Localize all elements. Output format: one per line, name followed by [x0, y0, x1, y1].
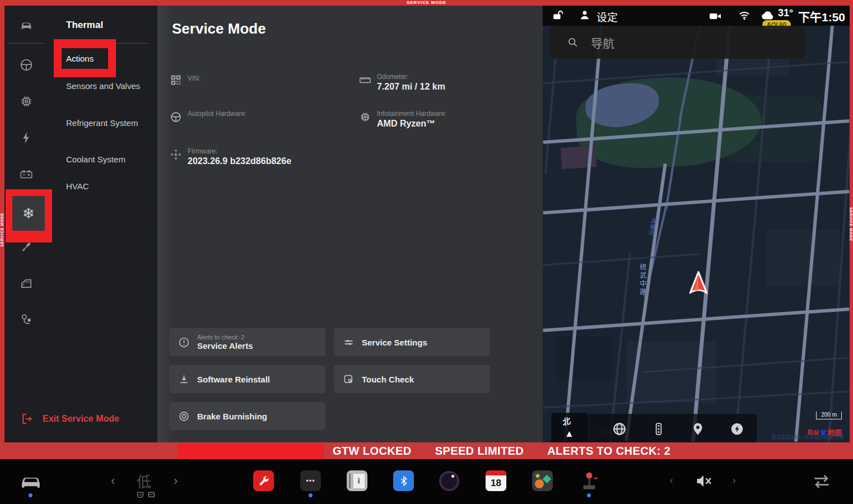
service-app-button[interactable]: [253, 470, 274, 491]
odometer-icon: [359, 74, 371, 86]
service-mode-edge-text: SERVICE MODE: [849, 207, 853, 241]
outside-temp: 31°: [778, 7, 793, 19]
unlocked-icon[interactable]: [552, 9, 564, 21]
service-alert-bar: GTW LOCKED SPEED LIMITED ALERTS TO CHECK…: [0, 442, 853, 459]
brake-disc-icon: [178, 410, 190, 422]
info-autopilot: Autopilot Hardware:: [170, 110, 246, 123]
temp-increase-chevron[interactable]: ›: [174, 474, 178, 488]
exit-service-mode-button[interactable]: Exit Service Mode: [20, 412, 119, 426]
vehicle-app-active-dot: [29, 493, 32, 497]
map-road: [794, 6, 836, 442]
service-mode-edge-text: SERVICE MODE: [0, 213, 4, 247]
sidebar-item-thermal-active[interactable]: ❄: [12, 196, 45, 231]
infotainment-label: Infotainment Hardware:: [377, 110, 447, 118]
climate-temp-display[interactable]: 低: [137, 470, 151, 491]
chip-icon: [19, 94, 34, 109]
sidebar-item-autopilot[interactable]: [14, 53, 39, 77]
exit-label: Exit Service Mode: [43, 414, 119, 424]
next-track-chevron[interactable]: ›: [733, 475, 736, 486]
download-icon: [178, 374, 190, 385]
navigation-search-bar[interactable]: 导航: [550, 26, 805, 59]
sidebar-item-closures[interactable]: [14, 271, 39, 296]
map-block: [767, 230, 840, 286]
menu-item-actions[interactable]: Actions: [62, 48, 108, 69]
traffic-light-icon[interactable]: [651, 422, 666, 436]
menu-item-coolant-system[interactable]: Coolant System: [66, 155, 167, 165]
sidebar-item-battery[interactable]: [14, 162, 39, 186]
service-mode-top-banner: SERVICE MODE: [0, 0, 853, 6]
service-alerts-button[interactable]: Alerts to check: 2Service Alerts: [169, 328, 325, 356]
sidebar-item-vehicle[interactable]: [14, 13, 39, 38]
service-mode-left-edge: SERVICE MODE: [0, 6, 4, 442]
clock: 下午1:50: [798, 8, 845, 25]
manual-spiral: [349, 473, 351, 488]
weather-cloud-icon[interactable]: [760, 7, 776, 21]
arcade-app-active-dot: [587, 493, 591, 497]
map-controls-bar: [589, 414, 757, 442]
rail-divider: [8, 43, 44, 44]
vehicle-app-button[interactable]: [18, 472, 43, 491]
temp-decrease-chevron[interactable]: ‹: [111, 474, 115, 488]
map-status-bar: 设定 31° 下午1:50: [543, 6, 850, 26]
map-layers-globe-icon[interactable]: [612, 422, 627, 436]
menu-item-label: Actions: [66, 54, 108, 64]
volume-muted-icon[interactable]: [693, 473, 716, 489]
front-defrost-icon[interactable]: [136, 491, 145, 499]
sidebar-item-electronics[interactable]: [14, 89, 39, 114]
service-settings-button[interactable]: Service Settings: [334, 328, 490, 356]
charging-bolt-icon[interactable]: [730, 422, 744, 436]
sidebar-item-chassis[interactable]: [14, 235, 39, 259]
menu-item-hvac[interactable]: HVAC: [66, 181, 150, 192]
green-diamond-icon: [543, 475, 552, 484]
software-reinstall-button[interactable]: Software Reinstall: [169, 365, 325, 393]
calendar-app-button[interactable]: 18: [486, 470, 506, 491]
brake-burnishing-button[interactable]: Brake Burnishing: [169, 402, 325, 430]
info-infotainment: Infotainment Hardware:AMD Ryzen™: [359, 110, 447, 129]
map-road: [543, 190, 849, 214]
camera-app-button[interactable]: [439, 470, 460, 492]
info-odometer: Odometer:7.207 mi / 12 km: [359, 73, 445, 92]
calendar-header: [486, 470, 506, 475]
star-icon: ★: [534, 472, 541, 480]
steering-wheel-icon: [19, 58, 34, 72]
door-icon: [19, 276, 34, 291]
app-launcher-button[interactable]: •••: [300, 470, 321, 491]
sidebar-item-high-voltage[interactable]: [14, 125, 39, 150]
theater-app-button[interactable]: ★: [532, 470, 553, 491]
redacted-vin-strip: [178, 444, 324, 459]
joystick-icon: [579, 469, 600, 492]
car-icon: [19, 18, 34, 32]
bluetooth-icon: [398, 475, 409, 487]
navigation-map[interactable]: 统武中路 湖塘河 常州武进 设定 31° 下午1:50 AQI 60 导航 北 …: [543, 6, 850, 442]
compass-north-label: 北: [562, 414, 571, 428]
button-label: Service Alerts: [197, 341, 253, 351]
sidebar-item-airbag[interactable]: [14, 307, 39, 332]
compass-arrow-icon: ▲: [565, 428, 574, 440]
map-road: [828, 6, 850, 442]
taskbar: ‹ 低 › ••• i 18 ★ ‹ ›: [0, 459, 853, 504]
map-pin-icon[interactable]: [691, 422, 705, 436]
bluetooth-button[interactable]: [393, 470, 414, 491]
vehicle-location-arrow: [687, 270, 710, 296]
compass-tile[interactable]: 北 ▲: [551, 413, 588, 442]
button-label: Brake Burnishing: [197, 412, 267, 421]
street-label: 统武中路: [638, 263, 647, 297]
touch-check-button[interactable]: Touch Check: [334, 365, 490, 393]
swap-display-icon[interactable]: [810, 472, 833, 492]
previous-track-chevron[interactable]: ‹: [670, 475, 673, 486]
menu-item-refrigerant-system[interactable]: Refrigerant System: [66, 118, 150, 128]
search-icon: [567, 36, 579, 48]
driver-profile-icon[interactable]: [579, 9, 591, 21]
menu-item-sensors-valves[interactable]: Sensors and Valves: [66, 81, 150, 91]
settings-label[interactable]: 设定: [596, 9, 618, 24]
arcade-app-button[interactable]: [579, 469, 600, 492]
button-label: Touch Check: [362, 375, 414, 384]
search-placeholder: 导航: [591, 34, 614, 51]
rear-defrost-icon[interactable]: [147, 491, 156, 499]
owners-manual-button[interactable]: i: [347, 470, 367, 491]
map-attribution: 字11111342 - ICP证030173号: [771, 432, 844, 441]
wifi-icon[interactable]: [738, 8, 751, 22]
dashcam-icon[interactable]: [708, 10, 722, 22]
sidebar: ❄ Thermal Actions Sensors and Valves Ref…: [4, 6, 157, 442]
alerts-to-check-count: Alerts to check: 2: [197, 334, 253, 340]
